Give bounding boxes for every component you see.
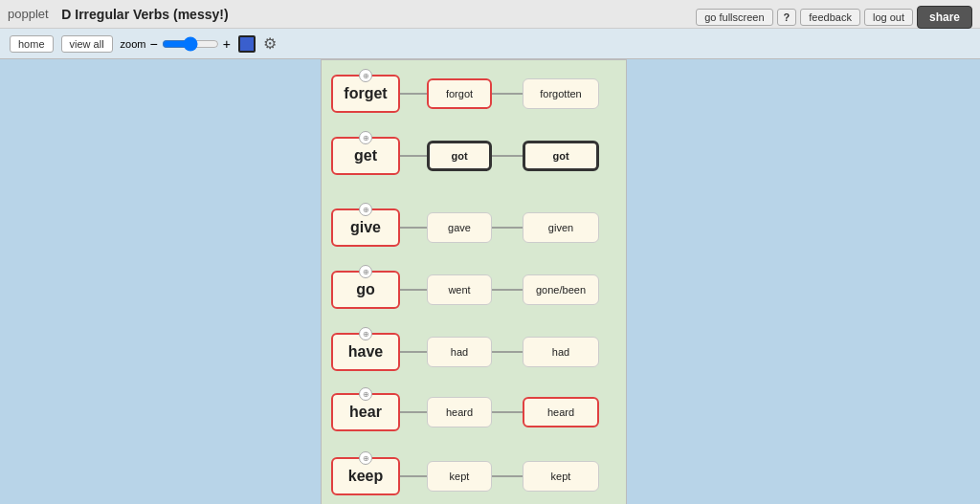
pin-icon: ⊕ <box>359 387 372 401</box>
base-text-give: give <box>350 219 381 236</box>
base-card-hear[interactable]: ⊕hear <box>331 393 400 431</box>
zoom-control: zoom − + <box>121 36 231 52</box>
past-card-give[interactable]: gave <box>427 212 492 243</box>
past-text-forget: forgot <box>446 88 473 99</box>
past-text-give: gave <box>448 222 471 233</box>
past-text-hear: heard <box>446 406 473 418</box>
pin-icon: ⊕ <box>359 203 372 216</box>
pin-icon: ⊕ <box>359 327 372 340</box>
base-card-have[interactable]: ⊕have <box>331 333 400 371</box>
participle-card-forget[interactable]: forgotten <box>523 78 599 109</box>
popplet-board: ⊕forgetforgotforgotten⊕getgotgot⊕givegav… <box>321 59 627 504</box>
base-card-give[interactable]: ⊕give <box>331 208 400 247</box>
base-card-go[interactable]: ⊕go <box>331 271 400 309</box>
pin-icon: ⊕ <box>359 131 372 144</box>
pin-icon: ⊕ <box>359 265 372 278</box>
participle-card-have[interactable]: had <box>523 337 599 367</box>
participle-text-get: got <box>552 150 568 162</box>
pin-icon: ⊕ <box>359 69 372 82</box>
pin-icon: ⊕ <box>359 451 372 465</box>
participle-text-keep: kept <box>551 471 571 482</box>
past-card-hear[interactable]: heard <box>427 397 492 427</box>
canvas: ⊕forgetforgotforgotten⊕getgotgot⊕givegav… <box>0 59 980 504</box>
participle-text-go: gone/been <box>536 284 586 296</box>
base-text-get: get <box>354 147 377 164</box>
base-text-have: have <box>348 343 383 361</box>
participle-card-keep[interactable]: kept <box>523 461 599 492</box>
toolbar: home view all zoom − + ⚙ <box>0 29 980 59</box>
participle-card-give[interactable]: given <box>523 212 599 243</box>
participle-text-forget: forgotten <box>540 88 581 99</box>
base-text-keep: keep <box>348 468 383 485</box>
base-text-forget: forget <box>344 85 387 102</box>
zoom-label: zoom <box>121 38 146 50</box>
past-card-keep[interactable]: kept <box>427 461 492 492</box>
app-title: D Irregular Verbs (messy!) <box>61 7 228 22</box>
fullscreen-button[interactable]: go fullscreen <box>696 9 772 26</box>
top-bar: popplet D Irregular Verbs (messy!) go fu… <box>0 0 980 29</box>
past-text-have: had <box>451 346 468 358</box>
past-text-get: got <box>451 150 467 162</box>
past-card-go[interactable]: went <box>427 274 492 305</box>
participle-text-hear: heard <box>547 406 574 418</box>
past-card-get[interactable]: got <box>427 141 492 171</box>
base-text-go: go <box>356 281 375 298</box>
participle-text-give: given <box>548 222 573 233</box>
feedback-button[interactable]: feedback <box>800 9 860 26</box>
base-card-forget[interactable]: ⊕forget <box>331 75 400 113</box>
past-card-forget[interactable]: forgot <box>427 78 492 109</box>
base-card-get[interactable]: ⊕get <box>331 137 400 175</box>
participle-card-get[interactable]: got <box>523 141 599 171</box>
zoom-slider[interactable] <box>162 36 219 52</box>
past-text-keep: kept <box>450 471 470 482</box>
home-button[interactable]: home <box>10 35 54 53</box>
participle-card-go[interactable]: gone/been <box>523 274 599 305</box>
participle-card-hear[interactable]: heard <box>523 397 599 427</box>
base-card-keep[interactable]: ⊕keep <box>331 457 400 495</box>
view-all-button[interactable]: view all <box>61 35 113 53</box>
past-card-have[interactable]: had <box>427 337 492 367</box>
zoom-minus-icon[interactable]: − <box>150 36 158 52</box>
color-swatch[interactable] <box>238 35 256 53</box>
past-text-go: went <box>448 284 470 296</box>
share-button[interactable]: share <box>917 6 972 29</box>
logout-button[interactable]: log out <box>864 9 913 26</box>
base-text-hear: hear <box>349 404 382 421</box>
participle-text-have: had <box>552 346 569 358</box>
settings-icon[interactable]: ⚙ <box>263 34 277 53</box>
top-right-controls: go fullscreen ? feedback log out share <box>696 6 972 29</box>
zoom-plus-icon[interactable]: + <box>223 36 231 52</box>
app-label: popplet <box>8 7 49 21</box>
help-button[interactable]: ? <box>777 9 797 26</box>
